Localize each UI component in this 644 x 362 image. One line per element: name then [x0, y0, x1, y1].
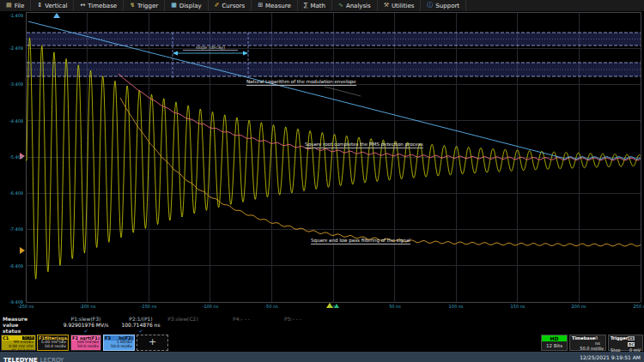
menu-utilities-label: Utilities — [392, 3, 414, 9]
square-annotation: Square and low pass filtering of the sig… — [311, 238, 410, 244]
measure-value-row-label: value — [3, 322, 18, 328]
y-axis-label: -7.409 — [0, 226, 23, 232]
y-axis-label: -2.409 — [0, 45, 23, 51]
waveform-svg[interactable] — [0, 11, 644, 315]
trigger-box[interactable]: TriggerC1 DC Stop0 mV EdgePositive — [608, 335, 643, 351]
c1-label: C1 — [3, 336, 9, 341]
p1-header[interactable]: P1:slew(F3) — [53, 316, 118, 322]
menu-cursors[interactable]: ✐Cursors — [209, 0, 252, 11]
menu-file-label: File — [15, 3, 25, 9]
menu-measure-label: Measure — [265, 3, 291, 9]
f3-timebase: 50.0 ns/div — [104, 345, 134, 349]
p5-header[interactable]: P5:- - - — [269, 316, 317, 322]
menu-vertical-label: Vertical — [45, 3, 67, 9]
x-axis-label: -250 ns — [10, 304, 41, 309]
x-axis-label: 50 ns — [380, 304, 410, 309]
menu-measure[interactable]: ⊞Measure — [252, 0, 298, 11]
p4-header[interactable]: P4:- - - — [217, 316, 265, 322]
status-bar: TELEDYNELECROY 12/25/2021 9:19:51 AM — [0, 352, 644, 362]
f2-descriptor[interactable]: F2sqrt(F1) 100 mV/div 50.0 ns/div — [70, 335, 101, 351]
menu-file[interactable]: ▤File — [0, 0, 31, 11]
x-axis-label: 0 ns — [318, 304, 349, 309]
menu-support-label: Support — [435, 3, 459, 9]
menu-analysis[interactable]: ∿Analysis — [332, 0, 378, 11]
p1-status: ✓ — [53, 328, 118, 334]
math-icon: ∑ — [304, 0, 308, 11]
x-axis-label: 100 ns — [440, 304, 471, 309]
p2-status: ✓ — [116, 328, 166, 334]
waveform-display[interactable]: -1.409 -2.409 -3.409 -4.409 -5.409 -6.40… — [0, 11, 644, 315]
file-icon: ▤ — [6, 0, 12, 11]
timebase-offset: 0 ns — [595, 335, 604, 346]
menu-trigger[interactable]: ↯Trigger — [124, 0, 165, 11]
menu-support[interactable]: ⓘSupport — [421, 0, 466, 11]
add-trace-button[interactable]: + — [137, 335, 168, 351]
annotation-leader-line — [325, 87, 361, 96]
menu-display[interactable]: ▦Display — [165, 0, 208, 11]
plus-icon: + — [149, 341, 156, 345]
hd-bits: 12 Bits — [542, 341, 567, 350]
measure-icon: ⊞ — [258, 0, 263, 11]
p2-value: 100.714876 ns — [116, 322, 166, 328]
oscilloscope-screen: ▤File ↕Vertical ↔Timebase ↯Trigger ▦Disp… — [0, 0, 644, 362]
ln-annotation: Natural Logarithm of the modulation enve… — [246, 79, 356, 86]
y-axis-label: -3.409 — [0, 81, 23, 87]
p1-value: 9.92901976 MV/s — [53, 322, 118, 328]
slope-annotation: slope (decay) — [183, 45, 238, 51]
hd-badge: HD — [542, 335, 567, 341]
timebase-title: Timebase — [572, 335, 595, 346]
x-axis-label: 200 ns — [563, 304, 594, 309]
y-axis-label: -6.409 — [0, 190, 23, 196]
utilities-icon: ⚒ — [384, 0, 389, 11]
timebase-box[interactable]: Timebase0 ns 50.0 ns/div 5 kS10 GS/s — [569, 335, 606, 351]
hd-mode-box[interactable]: HD 12 Bits — [541, 335, 568, 351]
trigger-coupling-badge: DC — [628, 342, 635, 347]
vertical-icon: ↕ — [37, 0, 42, 11]
menu-trigger-label: Trigger — [137, 3, 158, 9]
cursors-icon: ✐ — [215, 0, 220, 11]
level-band-upper[interactable] — [27, 33, 641, 45]
support-icon: ⓘ — [427, 0, 433, 11]
menu-utilities[interactable]: ⚒Utilities — [378, 0, 422, 11]
menu-cursors-label: Cursors — [222, 3, 245, 9]
menu-timebase[interactable]: ↔Timebase — [74, 0, 124, 11]
analysis-icon: ∿ — [338, 0, 343, 11]
menu-vertical[interactable]: ↕Vertical — [31, 0, 74, 11]
trigger-icon: ↯ — [130, 0, 135, 11]
y-axis-label: -4.409 — [0, 118, 23, 124]
measure-status-row-label: status — [3, 328, 21, 334]
measure-panel: Measure value status P1:slew(F3) P2:1/(P… — [0, 315, 644, 335]
menu-analysis-label: Analysis — [346, 3, 371, 9]
x-axis-label: -200 ns — [72, 304, 103, 309]
x-axis-label: -150 ns — [133, 304, 164, 309]
menu-timebase-label: Timebase — [88, 3, 117, 9]
f3-descriptor[interactable]: F3ln(F2) 1.00/div 50.0 ns/div — [103, 335, 135, 351]
x-axis-label: 250 ns — [625, 304, 644, 309]
brand-logo: TELEDYNELECROY — [3, 349, 64, 362]
x-axis-label: -50 ns — [256, 304, 287, 309]
sqrt-annotation: Square root completes the RMS detection … — [305, 142, 423, 148]
f3-label: F3 — [105, 336, 111, 341]
measure-title: Measure — [3, 316, 27, 322]
y-axis-label: -5.409 — [0, 154, 23, 160]
f1-trace — [120, 98, 641, 246]
x-axis-label: 150 ns — [502, 304, 533, 309]
y-axis-label: -8.409 — [0, 263, 23, 268]
x-axis-label: -100 ns — [195, 304, 226, 309]
display-icon: ▦ — [171, 0, 177, 11]
datetime: 12/25/2021 9:19:51 AM — [580, 354, 641, 360]
trigger-source-badge: C1 — [628, 336, 635, 341]
p3-header[interactable]: P3:slew(C2) — [159, 316, 207, 322]
f3-zero-marker[interactable] — [53, 13, 60, 18]
menu-bar: ▤File ↕Vertical ↔Timebase ↯Trigger ▦Disp… — [0, 0, 644, 12]
y-axis-label: -1.409 — [0, 13, 23, 18]
menu-display-label: Display — [179, 3, 202, 9]
f2-timebase: 50.0 ns/div — [71, 345, 100, 349]
menu-math[interactable]: ∑Math — [298, 0, 332, 11]
f1-level-marker[interactable] — [20, 247, 25, 254]
timebase-icon: ↔ — [80, 0, 85, 11]
menu-math-label: Math — [310, 3, 325, 9]
trigger-title: Trigger — [611, 335, 628, 347]
